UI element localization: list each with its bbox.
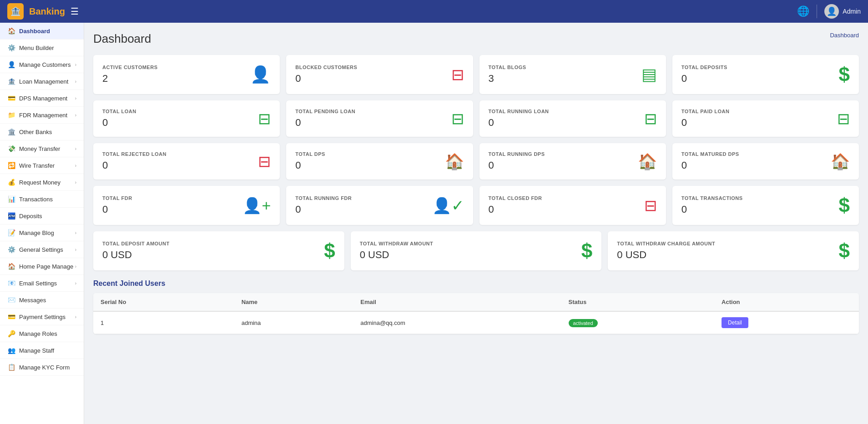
stat-value: 0	[681, 73, 727, 85]
sidebar-label-fdr-management: FDR Management	[19, 112, 67, 119]
amount-label: TOTAL WITHDRAW AMOUNT	[360, 241, 434, 246]
sidebar-label-payment-settings: Payment Settings	[19, 314, 66, 320]
sidebar-item-request-money[interactable]: 💰 Request Money ›	[0, 174, 84, 191]
amount-dollar-icon: $	[581, 239, 592, 262]
sidebar-item-dps-management[interactable]: 💳 DPS Management ›	[0, 90, 84, 107]
stat-value: 0	[102, 204, 132, 215]
sidebar-label-wire-transfer: Wire Transfer	[19, 162, 55, 169]
sidebar-item-fdr-management[interactable]: 📁 FDR Management ›	[0, 107, 84, 124]
chevron-icon-home-page-manage: ›	[75, 264, 76, 269]
stat-value: 0	[681, 117, 730, 129]
sidebar-label-manage-customers: Manage Customers	[19, 61, 71, 68]
cell-name: admina	[234, 311, 353, 334]
sidebar-icon-manage-customers: 👤	[7, 61, 15, 68]
sidebar-icon-manage-blog: 📝	[7, 229, 15, 236]
stat-label: TOTAL RUNNING FDR	[295, 195, 352, 201]
sidebar-item-deposits[interactable]: 🏧 Deposits	[0, 208, 84, 224]
page-header: Dashboard Dashboard	[93, 32, 859, 46]
stat-label: TOTAL REJECTED LOAN	[102, 151, 167, 157]
sidebar-item-transactions[interactable]: 📊 Transactions	[0, 191, 84, 208]
sidebar-icon-manage-staff: 👥	[7, 347, 15, 354]
chevron-icon-manage-blog: ›	[75, 230, 76, 235]
dollar-icon: $	[839, 63, 850, 86]
stat-card-total-matured-dps: TOTAL MATURED DPS 0 🏠	[672, 143, 859, 180]
main-content: Dashboard Dashboard ACTIVE CUSTOMERS 2 👤…	[84, 23, 868, 424]
cell-email: admina@qq.com	[353, 311, 561, 334]
hamburger-menu[interactable]: ☰	[71, 6, 79, 17]
sidebar-label-deposits: Deposits	[19, 213, 42, 219]
user-info[interactable]: 👤 Admin	[824, 4, 861, 19]
sidebar-item-email-settings[interactable]: 📧 Email Settings ›	[0, 275, 84, 292]
sidebar-item-home-page-manage[interactable]: 🏠 Home Page Manage ›	[0, 258, 84, 275]
avatar: 👤	[824, 4, 839, 19]
stat-card-total-dps: TOTAL DPS 0 🏠	[286, 143, 473, 180]
user-label: Admin	[843, 8, 861, 15]
sidebar-item-manage-roles[interactable]: 🔑 Manage Roles	[0, 325, 84, 342]
sidebar-item-manage-kyc[interactable]: 📋 Manage KYC Form	[0, 359, 84, 376]
stat-label: TOTAL CLOSED FDR	[489, 195, 542, 201]
sidebar-label-manage-roles: Manage Roles	[19, 330, 57, 337]
stat-label: TOTAL PAID LOAN	[681, 109, 730, 114]
amount-value: 0 USD	[102, 249, 170, 261]
stat-label: TOTAL MATURED DPS	[681, 151, 739, 157]
sidebar-label-manage-staff: Manage Staff	[19, 347, 54, 354]
sidebar-item-loan-management[interactable]: 🏦 Loan Management ›	[0, 73, 84, 90]
sidebar-item-payment-settings[interactable]: 💳 Payment Settings ›	[0, 309, 84, 325]
customers-icon: 👤	[250, 65, 271, 84]
sidebar-label-request-money: Request Money	[19, 179, 61, 186]
col-action: Action	[714, 293, 859, 311]
dps-icon: 🏠	[445, 152, 464, 170]
sidebar-icon-transactions: 📊	[7, 195, 15, 203]
sidebar-item-wire-transfer[interactable]: 🔁 Wire Transfer ›	[0, 157, 84, 174]
sidebar-item-general-settings[interactable]: ⚙️ General Settings ›	[0, 241, 84, 258]
sidebar-icon-messages: ✉️	[7, 296, 15, 304]
sidebar-icon-payment-settings: 💳	[7, 313, 15, 320]
sidebar-item-money-transfer[interactable]: 💸 Money Transfer ›	[0, 140, 84, 157]
breadcrumb: Dashboard	[830, 32, 859, 39]
sidebar-label-money-transfer: Money Transfer	[19, 145, 60, 152]
stat-value: 0	[102, 160, 167, 171]
globe-icon[interactable]: 🌐	[797, 5, 809, 17]
sidebar-item-manage-staff[interactable]: 👥 Manage Staff	[0, 342, 84, 359]
stat-label: TOTAL DPS	[295, 151, 325, 157]
stats-row-1: ACTIVE CUSTOMERS 2 👤 BLOCKED CUSTOMERS 0…	[93, 55, 859, 94]
sidebar-label-transactions: Transactions	[19, 196, 53, 203]
chevron-icon-dps-management: ›	[75, 96, 76, 101]
sidebar-label-other-banks: Other Banks	[19, 129, 52, 135]
layout: 🏠 Dashboard ⚙️ Menu Builder 👤 Manage Cus…	[0, 23, 868, 424]
chevron-icon-general-settings: ›	[75, 247, 76, 252]
stat-label: ACTIVE CUSTOMERS	[102, 65, 157, 70]
stat-card-total-fdr: TOTAL FDR 0 👤+	[93, 186, 280, 225]
sidebar-item-messages[interactable]: ✉️ Messages	[0, 292, 84, 309]
sidebar-item-manage-blog[interactable]: 📝 Manage Blog ›	[0, 224, 84, 241]
table-row: 1 admina admina@qq.com activated Detail	[93, 311, 859, 334]
sidebar-item-manage-customers[interactable]: 👤 Manage Customers ›	[0, 56, 84, 73]
logo-icon: 🏦	[7, 3, 24, 20]
sidebar-item-other-banks[interactable]: 🏛️ Other Banks	[0, 124, 84, 140]
chevron-icon-wire-transfer: ›	[75, 163, 76, 168]
sidebar-icon-money-transfer: 💸	[7, 145, 15, 152]
stat-label: BLOCKED CUSTOMERS	[295, 65, 357, 70]
amount-label: TOTAL DEPOSIT AMOUNT	[102, 241, 170, 246]
cell-action[interactable]: Detail	[714, 311, 859, 334]
stat-label: TOTAL TRANSACTIONS	[681, 195, 743, 201]
stat-value: 0	[489, 204, 542, 215]
blog-icon: ▤	[641, 65, 657, 84]
stat-value: 0	[295, 204, 352, 215]
loan-icon: ⊟	[451, 65, 464, 84]
detail-button[interactable]: Detail	[722, 317, 748, 328]
sidebar: 🏠 Dashboard ⚙️ Menu Builder 👤 Manage Cus…	[0, 23, 84, 424]
sidebar-icon-general-settings: ⚙️	[7, 246, 15, 253]
stats-row-2: TOTAL LOAN 0 ⊟ TOTAL PENDING LOAN 0 ⊟ TO…	[93, 100, 859, 137]
sidebar-item-menu-builder[interactable]: ⚙️ Menu Builder	[0, 40, 84, 56]
stats-row-4: TOTAL FDR 0 👤+ TOTAL RUNNING FDR 0 👤✓ TO…	[93, 186, 859, 225]
sidebar-icon-email-settings: 📧	[7, 279, 15, 287]
sidebar-label-home-page-manage: Home Page Manage	[19, 263, 73, 270]
sidebar-label-dashboard: Dashboard	[19, 28, 50, 35]
sidebar-item-dashboard[interactable]: 🏠 Dashboard	[0, 23, 84, 40]
stat-label: TOTAL FDR	[102, 195, 132, 201]
stat-card-total-pending-loan: TOTAL PENDING LOAN 0 ⊟	[286, 100, 473, 137]
stat-label: TOTAL BLOGS	[489, 65, 526, 70]
stat-value: 0	[489, 160, 545, 171]
default-icon: ⊟	[644, 110, 657, 128]
